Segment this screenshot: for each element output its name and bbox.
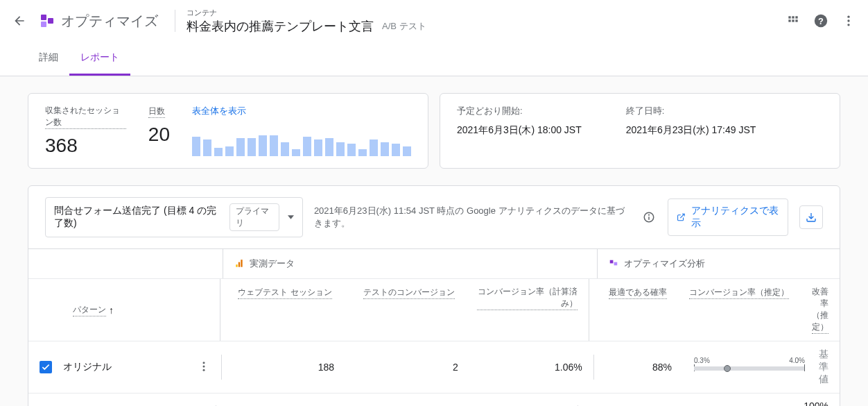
download-button[interactable] (799, 205, 823, 229)
variant-checkbox[interactable] (40, 361, 52, 373)
optimize-logo: オプティマイズ (39, 12, 158, 31)
info-icon[interactable] (641, 209, 657, 226)
svg-rect-21 (241, 260, 242, 267)
svg-rect-19 (236, 264, 237, 267)
svg-point-24 (203, 362, 205, 364)
svg-rect-2 (48, 18, 53, 24)
svg-point-12 (847, 19, 849, 22)
svg-rect-4 (792, 16, 794, 18)
end-label: 終了日時: (626, 105, 756, 117)
more-vert-icon[interactable] (198, 360, 210, 375)
col-conv-est[interactable]: コンバージョン率（推定） (689, 287, 789, 299)
summary-card: 収集されたセッション数 368 日数 20 表全体を表示 (28, 93, 428, 169)
variant-name: オリジナル (63, 361, 112, 373)
svg-line-17 (680, 214, 684, 218)
sparkbar (392, 144, 400, 156)
sparkbar (192, 137, 200, 156)
col-best[interactable]: 最適である確率 (609, 287, 667, 299)
svg-rect-3 (788, 16, 790, 18)
container-label: コンテナ (186, 8, 426, 18)
svg-rect-0 (41, 15, 46, 20)
col-rate[interactable]: コンバージョン率（計算済み） (477, 286, 578, 310)
sparkbar (403, 146, 411, 156)
sparkbar (248, 138, 256, 156)
tab-report[interactable]: レポート (69, 42, 130, 76)
sparkbar (347, 144, 356, 156)
svg-rect-22 (610, 260, 614, 264)
svg-point-25 (203, 365, 205, 367)
svg-point-11 (847, 16, 849, 18)
svg-rect-23 (614, 262, 618, 266)
sparkbar (270, 135, 278, 156)
divider (175, 10, 175, 32)
sessions-value: 368 (45, 135, 126, 157)
cell-improvement: 基準値 (808, 341, 840, 393)
sparkbar (214, 148, 223, 156)
section-actual-label: 実測データ (250, 257, 295, 270)
sparkbar (203, 139, 211, 156)
sparkbar (292, 149, 300, 156)
sparkbar (358, 149, 367, 156)
svg-rect-8 (795, 19, 797, 22)
objective-selector[interactable]: 問合せフォーム送信完了 (目標 4 の完了数) プライマリ (45, 197, 303, 237)
col-improvement[interactable]: 改善率（推定） (812, 286, 828, 334)
experiment-title: 料金表内の推薦テンプレート文言 (186, 18, 374, 35)
col-variant[interactable]: パターン (73, 304, 106, 316)
days-value: 20 (148, 124, 170, 146)
sparkbar (370, 139, 378, 156)
table-row: パターン 1 180 0 0.00% 12% <0.1%2.1% -100%～1… (28, 393, 840, 406)
back-arrow[interactable] (11, 12, 28, 29)
more-vert-icon[interactable] (840, 12, 857, 29)
sparkline-chart (192, 131, 411, 156)
svg-rect-1 (41, 22, 46, 27)
sparkbar (236, 138, 245, 156)
start-value: 2021年6月3日(木) 18:00 JST (457, 124, 582, 137)
sparkbar (325, 138, 333, 156)
cell-sessions: 188 (221, 355, 345, 380)
sparkbar (381, 142, 389, 156)
sparkbar (281, 142, 289, 156)
col-sessions[interactable]: ウェブテスト セッション (238, 287, 331, 299)
svg-rect-7 (792, 19, 794, 22)
sparkbar (303, 137, 311, 156)
data-info-text: 2021年6月23日(水) 11:54 JST 時点の Google アナリティ… (314, 205, 630, 230)
sparkbar (336, 142, 345, 156)
col-conversions[interactable]: テストのコンバージョン (363, 287, 455, 299)
start-label: 予定どおり開始: (457, 105, 582, 117)
tab-details[interactable]: 詳細 (28, 42, 69, 76)
svg-rect-5 (795, 16, 797, 18)
sparkbar (314, 139, 322, 156)
cell-improvement: -100%～143% (790, 394, 840, 406)
objective-name: 問合せフォーム送信完了 (目標 4 の完了数) (54, 205, 221, 230)
svg-point-26 (203, 369, 205, 371)
sessions-label: 収集されたセッション数 (45, 105, 126, 129)
show-full-table-link[interactable]: 表全体を表示 (192, 105, 411, 117)
svg-text:?: ? (818, 16, 824, 26)
section-optimize-label: オプティマイズ分析 (624, 257, 705, 270)
analytics-link[interactable]: アナリティクスで表示 (668, 198, 788, 236)
primary-badge: プライマリ (229, 203, 279, 231)
sparkbar (259, 135, 267, 156)
help-icon[interactable]: ? (813, 12, 829, 29)
days-label: 日数 (148, 105, 165, 118)
svg-point-16 (649, 214, 650, 215)
svg-rect-20 (238, 262, 240, 267)
test-type: A/B テスト (382, 20, 426, 33)
ci-bar: 0.3%4.0% (694, 357, 805, 378)
chevron-down-icon (288, 215, 294, 219)
open-external-icon (677, 212, 686, 222)
optimize-icon (609, 259, 618, 269)
svg-point-13 (847, 24, 849, 26)
table-row: オリジナル 188 2 1.06% 88% 0.3%4.0% 基準値 (28, 341, 840, 393)
cell-rate: 1.06% (469, 355, 593, 380)
svg-rect-6 (788, 19, 790, 22)
apps-icon[interactable] (785, 12, 801, 29)
sort-up-icon: ↑ (109, 305, 114, 316)
product-name: オプティマイズ (61, 12, 158, 31)
sparkbar (225, 146, 234, 156)
analytics-icon (234, 259, 244, 269)
end-value: 2021年6月23日(水) 17:49 JST (626, 124, 756, 137)
dates-card: 予定どおり開始: 2021年6月3日(木) 18:00 JST 終了日時: 20… (440, 93, 840, 169)
cell-conversions: 2 (345, 355, 469, 380)
cell-best: 88% (593, 355, 683, 380)
